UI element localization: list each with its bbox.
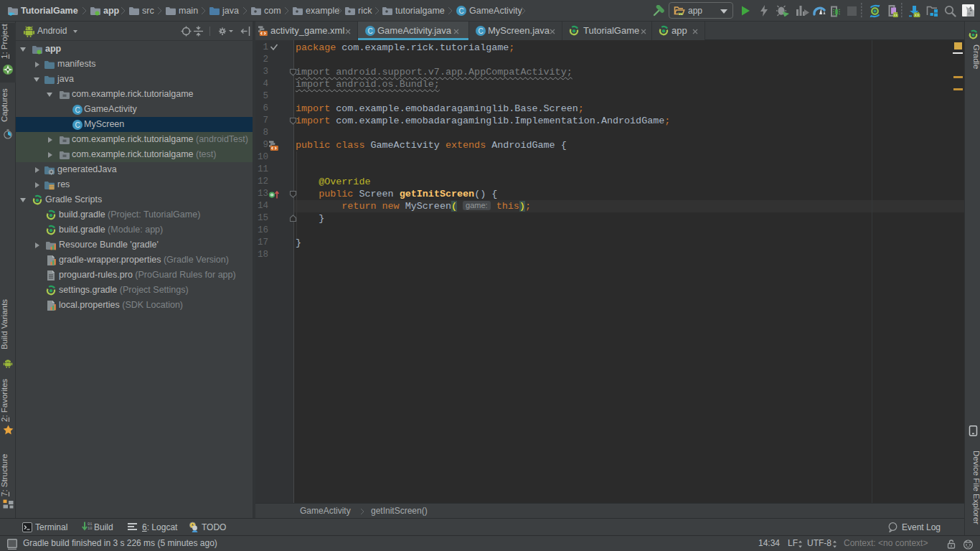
svg-text:C: C: [367, 27, 372, 35]
svg-text:C: C: [478, 27, 483, 35]
svg-text:C: C: [75, 121, 80, 128]
svg-text:C: C: [75, 105, 80, 113]
svg-text:10: 10: [88, 526, 93, 531]
svg-text:C: C: [458, 7, 463, 15]
